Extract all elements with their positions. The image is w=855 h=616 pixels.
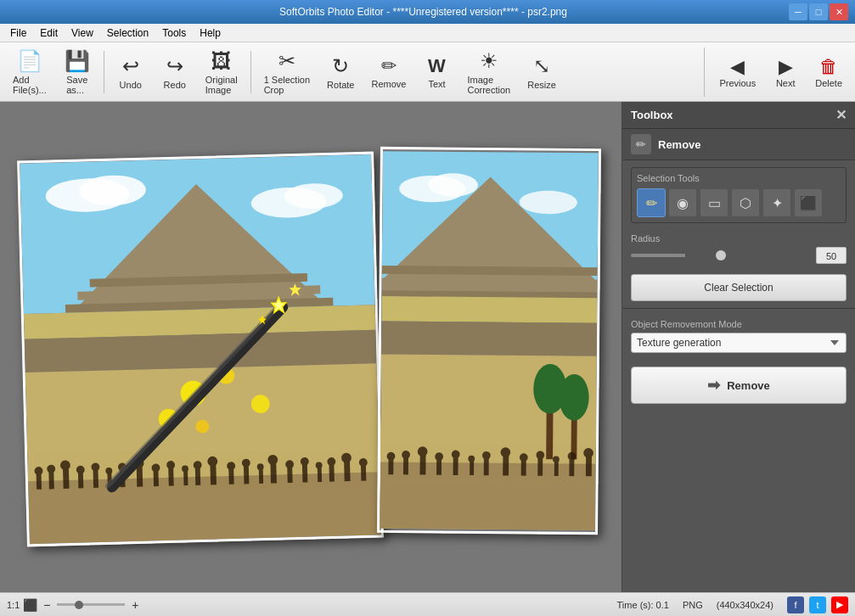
resize-button[interactable]: ⤡ Resize <box>520 48 564 97</box>
add-files-button[interactable]: 📄 AddFile(s)... <box>5 48 54 97</box>
svg-rect-51 <box>318 467 322 482</box>
rotate-button[interactable]: ↻ Rotate <box>319 48 362 97</box>
brush-tool-button[interactable]: ✏ <box>637 188 666 217</box>
image-correction-button[interactable]: ☀ ImageCorrection <box>459 48 518 97</box>
next-label: Next <box>776 78 796 88</box>
social-icons: f t ▶ <box>787 596 848 613</box>
svg-rect-110 <box>586 456 592 476</box>
save-as-label: Saveas... <box>66 75 87 95</box>
svg-point-93 <box>435 452 443 461</box>
radius-slider[interactable] <box>631 254 811 257</box>
svg-rect-96 <box>470 460 474 475</box>
remove-tool-icon: ✏ <box>631 134 651 154</box>
remove-section-header: ✏ Remove <box>622 129 855 160</box>
remove-button[interactable]: ✏ Remove <box>364 48 414 97</box>
zoom-out-button[interactable]: − <box>40 598 53 612</box>
toolbox-close-button[interactable]: ✕ <box>835 107 847 123</box>
facebook-icon[interactable]: f <box>787 596 804 613</box>
rect-select-button[interactable]: ▭ <box>700 188 728 217</box>
remove-action-button[interactable]: ➡ Remove <box>631 367 847 404</box>
crop-selection-label: 1 SelectionCrop <box>264 75 310 95</box>
zoom-slider[interactable] <box>57 603 125 606</box>
image-canvas[interactable] <box>0 102 622 592</box>
undo-label: Undo <box>120 80 142 90</box>
rotate-label: Rotate <box>327 80 354 90</box>
maximize-button[interactable]: □ <box>809 3 828 20</box>
selection-tools-label: Selection Tools <box>637 173 841 183</box>
original-image-button[interactable]: 🖼 OriginalImage <box>198 48 245 97</box>
remove-section-label: Remove <box>658 138 701 151</box>
selection-tools-row: ✏ ◉ ▭ ⬡ ✦ ⬛ <box>637 188 841 217</box>
svg-rect-88 <box>403 456 408 475</box>
object-removal-dropdown[interactable]: Texture generation Content Aware Blur <box>631 333 847 353</box>
next-button[interactable]: ▶ Next <box>767 48 804 97</box>
time-info: Time (s): 0.1 <box>617 600 669 610</box>
stamp-button[interactable]: ⬛ <box>794 188 823 217</box>
eraser-tool-button[interactable]: ◉ <box>668 188 697 217</box>
next-icon: ▶ <box>779 56 793 78</box>
remove-label: Remove <box>372 79 407 89</box>
previous-label: Previous <box>719 78 756 88</box>
undo-button[interactable]: ↩ Undo <box>110 48 152 97</box>
close-button[interactable]: ✕ <box>830 3 848 20</box>
toolbox-header: Toolbox ✕ <box>622 102 855 129</box>
svg-rect-108 <box>569 458 574 477</box>
crop-icon: ✂ <box>278 49 295 73</box>
text-icon: W <box>428 55 446 77</box>
youtube-icon[interactable]: ▶ <box>831 596 848 613</box>
svg-rect-21 <box>93 468 99 488</box>
svg-rect-94 <box>453 456 458 475</box>
add-files-label: AddFile(s)... <box>13 75 47 95</box>
svg-point-95 <box>452 451 460 459</box>
svg-rect-41 <box>244 465 250 484</box>
delete-icon: 🗑 <box>819 56 838 78</box>
minimize-button[interactable]: ─ <box>789 3 807 20</box>
zoom-in-button[interactable]: + <box>128 598 142 612</box>
twitter-icon[interactable]: t <box>809 596 826 613</box>
remove-action-label: Remove <box>727 379 770 392</box>
menu-tools[interactable]: Tools <box>155 25 193 41</box>
rotate-icon: ↻ <box>332 54 349 78</box>
menu-edit[interactable]: Edit <box>33 25 65 41</box>
svg-point-99 <box>482 451 491 460</box>
image-correction-label: ImageCorrection <box>467 75 510 95</box>
previous-icon: ◀ <box>730 56 745 78</box>
zoom-level: 1:1 <box>7 600 20 610</box>
svg-point-87 <box>387 452 396 461</box>
svg-rect-79 <box>381 321 597 356</box>
svg-rect-33 <box>183 470 188 485</box>
svg-point-111 <box>583 448 593 458</box>
svg-rect-104 <box>537 456 543 476</box>
toolbox-panel: Toolbox ✕ ✏ Remove Selection Tools ✏ ◉ ▭… <box>622 102 855 592</box>
redo-button[interactable]: ↪ Redo <box>154 48 196 97</box>
fit-button[interactable]: ⬛ <box>23 598 37 612</box>
previous-button[interactable]: ◀ Previous <box>712 48 763 97</box>
save-as-button[interactable]: 💾 Saveas... <box>56 48 98 97</box>
crop-selection-button[interactable]: ✂ 1 SelectionCrop <box>256 48 318 97</box>
text-button[interactable]: W Text <box>415 48 458 97</box>
svg-rect-15 <box>48 471 53 490</box>
star-lasso-button[interactable]: ✦ <box>762 188 791 217</box>
menu-file[interactable]: File <box>3 25 33 41</box>
svg-rect-53 <box>329 463 334 482</box>
toolbox-title: Toolbox <box>631 109 673 121</box>
svg-rect-106 <box>554 461 559 476</box>
svg-point-97 <box>468 456 475 462</box>
redo-icon: ↪ <box>166 54 183 78</box>
lasso-button[interactable]: ⬡ <box>731 188 760 217</box>
menu-selection[interactable]: Selection <box>100 25 155 41</box>
menu-help[interactable]: Help <box>193 25 228 41</box>
svg-rect-43 <box>259 468 263 484</box>
menu-bar: File Edit View Selection Tools Help <box>0 24 855 42</box>
svg-rect-49 <box>302 463 308 483</box>
original-image-icon: 🖼 <box>211 49 232 73</box>
resize-label: Resize <box>527 80 556 90</box>
menu-view[interactable]: View <box>65 25 100 41</box>
delete-button[interactable]: 🗑 Delete <box>807 48 850 97</box>
svg-rect-27 <box>137 466 143 487</box>
text-label: Text <box>428 79 445 89</box>
nav-area: ◀ Previous ▶ Next 🗑 Delete <box>704 48 850 97</box>
image-correction-icon: ☀ <box>480 49 498 73</box>
svg-rect-45 <box>270 462 277 484</box>
clear-selection-button[interactable]: Clear Selection <box>631 274 847 301</box>
